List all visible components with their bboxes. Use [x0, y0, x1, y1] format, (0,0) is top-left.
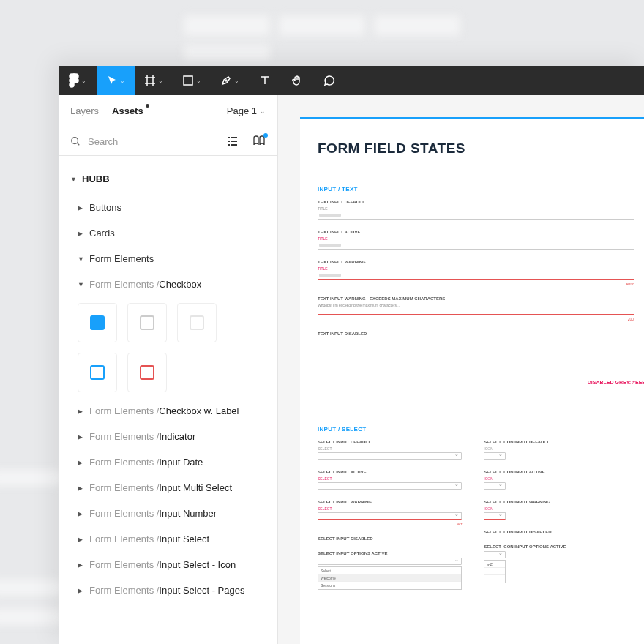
tree-item-buttons[interactable]: ▶ Buttons: [59, 198, 277, 217]
tree-item-input-number[interactable]: ▶Form Elements / Input Number: [59, 503, 277, 523]
chevron-down-icon: ▼: [78, 281, 85, 288]
svg-point-0: [74, 78, 78, 83]
tree-item-input-select-icon[interactable]: ▶Form Elements / Input Select - Icon: [59, 555, 277, 574]
chevron-right-icon: ▶: [78, 230, 85, 237]
variant-error[interactable]: [127, 353, 167, 392]
tab-assets-label: Assets: [112, 105, 143, 116]
checkbox-variants: [59, 294, 277, 401]
artboard-form-field-states[interactable]: FORM FIELD STATES INPUT / TEXT TEXT INPU…: [300, 117, 644, 644]
select: [318, 558, 462, 565]
page-label: Page 1: [227, 105, 257, 116]
figma-app-window: ⌄ ⌄ ⌄ ⌄ ⌄ Layers: [59, 66, 644, 644]
text-input: [318, 307, 634, 315]
tree-root-hubb[interactable]: ▼ HUBB: [59, 169, 277, 189]
pen-tool[interactable]: ⌄: [211, 66, 249, 95]
tree-label: Buttons: [89, 202, 121, 213]
section-heading: INPUT / SELECT: [318, 426, 644, 433]
variant-unchecked-blue[interactable]: [78, 353, 117, 392]
figma-logo-icon: [69, 73, 79, 88]
svg-point-2: [225, 80, 227, 81]
tree-item-checkbox-label[interactable]: ▶Form Elements / Checkbox w. Label: [59, 401, 277, 421]
text-icon: [259, 75, 271, 86]
chevron-down-icon: ▼: [70, 176, 78, 183]
select: [318, 512, 462, 520]
asset-search-row: [59, 127, 277, 156]
page-selector[interactable]: Page 1 ⌄: [227, 105, 266, 116]
tree-label: Cards: [89, 228, 115, 239]
select: [484, 482, 506, 490]
tree-item-cards[interactable]: ▶ Cards: [59, 223, 277, 243]
select: [484, 452, 506, 460]
tree-item-form-elements[interactable]: ▼ Form Elements: [59, 249, 277, 269]
tree-item-indicator[interactable]: ▶Form Elements / Indicator: [59, 427, 277, 446]
panel-tabs: Layers Assets Page 1 ⌄: [59, 95, 277, 127]
select: [318, 452, 462, 460]
shape-tool[interactable]: ⌄: [173, 66, 211, 95]
text-tool[interactable]: [249, 66, 281, 95]
comment-icon: [323, 75, 335, 86]
tree-item-input-select-pages[interactable]: ▶Form Elements / Input Select - Pages: [59, 580, 277, 600]
tree-label: Form Elements: [89, 253, 154, 264]
text-input: [318, 242, 634, 250]
section-heading: INPUT / TEXT: [318, 186, 634, 192]
library-update-dot: [263, 133, 268, 138]
pen-icon: [220, 75, 232, 86]
option-list: a-Z: [484, 560, 506, 583]
chevron-right-icon: ▶: [78, 204, 85, 211]
list-view-toggle[interactable]: [226, 135, 239, 148]
toolbar: ⌄ ⌄ ⌄ ⌄ ⌄: [59, 66, 644, 95]
comment-tool[interactable]: [313, 66, 345, 95]
search-input[interactable]: [88, 136, 226, 147]
hand-tool[interactable]: [281, 66, 313, 95]
option-list: Select Welcome Sessions: [318, 566, 462, 590]
text-input: [318, 272, 634, 280]
artboard-title: FORM FIELD STATES: [318, 141, 644, 157]
search-icon: [70, 136, 80, 146]
frame-icon: [144, 75, 156, 86]
asset-tree: ▼ HUBB ▶ Buttons ▶ Cards ▼ Form Elements: [59, 156, 277, 644]
text-input: [318, 212, 634, 220]
team-library-button[interactable]: [252, 135, 266, 148]
tab-layers[interactable]: Layers: [70, 105, 99, 116]
column-input-text: INPUT / TEXT TEXT INPUT DEFAULTTITLE TEX…: [318, 186, 634, 397]
tree-item-input-date[interactable]: ▶Form Elements / Input Date: [59, 452, 277, 472]
select: [484, 551, 506, 558]
select-col-default: SELECT INPUT DEFAULTSELECT SELECT INPUT …: [318, 440, 462, 600]
variant-unchecked-light[interactable]: [177, 303, 217, 342]
select-col-icon: SELECT ICON INPUT DEFAULTICON SELECT ICO…: [484, 440, 628, 600]
tab-assets[interactable]: Assets: [112, 105, 143, 116]
tree-path: Form Elements /: [89, 279, 159, 290]
hand-icon: [291, 75, 303, 86]
cursor-icon: [106, 75, 118, 86]
tree-item-checkbox[interactable]: ▼ Form Elements / Checkbox: [59, 274, 277, 294]
select: [318, 482, 462, 490]
main-menu-button[interactable]: ⌄: [59, 66, 97, 95]
variant-unchecked-gray[interactable]: [127, 303, 167, 342]
disabled-indicator: DISABLED GREY: #EEEEEE: [318, 342, 634, 378]
tree-item-input-multiselect[interactable]: ▶Form Elements / Input Multi Select: [59, 478, 277, 498]
chevron-down-icon: ⌄: [260, 108, 266, 115]
tree-leaf: Checkbox: [159, 279, 201, 290]
disabled-note: DISABLED GREY: #EEEEEE: [588, 380, 644, 385]
variant-checked[interactable]: [78, 303, 117, 342]
canvas[interactable]: FORM FIELD STATES INPUT / TEXT TEXT INPU…: [278, 95, 644, 644]
assets-indicator-dot: [146, 104, 149, 108]
select: [484, 512, 506, 520]
chevron-down-icon: ▼: [78, 255, 85, 263]
svg-point-3: [72, 138, 78, 144]
move-tool[interactable]: ⌄: [97, 66, 135, 95]
left-panel: Layers Assets Page 1 ⌄: [59, 95, 278, 644]
tree-item-input-select[interactable]: ▶Form Elements / Input Select: [59, 529, 277, 549]
frame-tool[interactable]: ⌄: [135, 66, 173, 95]
svg-rect-1: [184, 76, 192, 85]
state-label: TEXT INPUT DEFAULT: [318, 200, 634, 204]
rectangle-icon: [182, 75, 194, 86]
tree-root-label: HUBB: [82, 173, 110, 184]
